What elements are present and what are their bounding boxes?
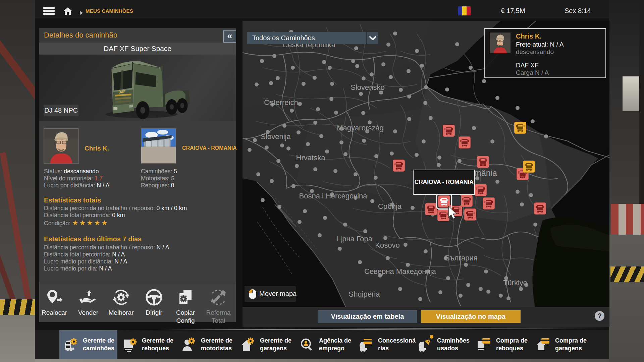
svg-text:Shqipëria: Shqipëria (349, 290, 380, 298)
svg-text:Slovenija: Slovenija (261, 132, 291, 141)
svg-text:Kosovo: Kosovo (375, 241, 399, 249)
svg-text:Bosna i Hercegovina: Bosna i Hercegovina (299, 192, 367, 200)
svg-text:DAF: DAF (118, 89, 125, 94)
svg-text:Magyarország: Magyarország (337, 124, 383, 132)
svg-text:Österreich: Österreich (264, 98, 298, 107)
svg-text:Türkiye: Türkiye (503, 279, 527, 287)
svg-text:Црна Гора: Црна Гора (337, 235, 373, 243)
svg-text:България: България (445, 254, 477, 262)
svg-text:Slovensko: Slovensko (351, 83, 385, 92)
svg-text:Северна Македонија: Северна Македонија (364, 267, 436, 276)
svg-text:Hrvatska: Hrvatska (296, 154, 326, 162)
svg-text:Србија: Србија (378, 202, 402, 210)
